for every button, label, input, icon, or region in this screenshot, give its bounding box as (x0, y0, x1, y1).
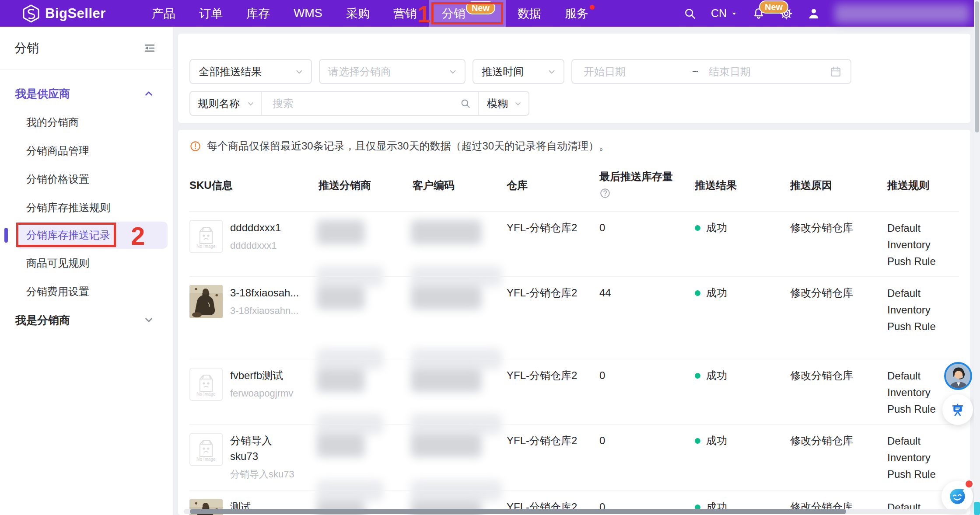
sku-title: fvberfb测试 (230, 368, 303, 383)
bigseller-logo-icon (23, 4, 39, 23)
search-icon[interactable] (460, 98, 471, 109)
filter-panel: 全部推送结果 请选择分销商 推送时间 ~ (178, 34, 970, 123)
new-badge: New (466, 1, 495, 14)
product-photo-thumb (189, 285, 223, 318)
nav-item-orders[interactable]: 订单 (187, 0, 234, 27)
warehouse-cell: YFL-分销仓库2 (507, 285, 599, 301)
rule-cell: Default Inventory Push Rule (887, 220, 959, 270)
sidebar-item-inventory-push-records[interactable]: 分销库存推送记录 2 (16, 222, 168, 249)
scrollbar-bottom-accent (974, 502, 980, 515)
bell-new-badge: New (759, 0, 788, 14)
brand-name: BigSeller (45, 6, 106, 21)
sidebar-item-product-management[interactable]: 分销商品管理 (0, 136, 173, 165)
reason-cell: 修改分销仓库 (790, 433, 887, 449)
last-qty-cell: 0 (599, 433, 695, 449)
user-account-icon[interactable] (807, 7, 820, 20)
col-header-push-rule: 推送规则 (887, 178, 959, 192)
nav-item-data[interactable]: 数据 (506, 0, 553, 27)
sidebar-item-product-visibility-rules[interactable]: 商品可见规则 (0, 249, 173, 277)
collapse-sidebar-icon[interactable] (143, 42, 156, 55)
distributor-redacted (318, 433, 413, 491)
match-mode-select[interactable]: 模糊 (478, 92, 528, 115)
sidebar: 分销 我是供应商 我的分销商 分销商品管理 分销价格设置 分销库存推送规则 分销… (0, 27, 173, 515)
customer-code-redacted (413, 285, 507, 359)
success-dot (695, 373, 700, 379)
date-range-picker[interactable]: ~ (571, 59, 851, 84)
table-row: No Image dddddxxx1 dddddxxx1 YFL-分销仓库2 0… (189, 211, 959, 276)
customer-code-redacted (413, 368, 507, 424)
chevron-down-icon (143, 314, 154, 326)
sidebar-header: 分销 (0, 27, 173, 70)
distributor-redacted (318, 368, 413, 424)
start-date-input[interactable] (583, 65, 692, 78)
sidebar-item-fee-settings[interactable]: 分销费用设置 (0, 277, 173, 306)
vertical-scrollbar-thumb[interactable] (975, 1, 979, 132)
nav-item-purchase[interactable]: 采购 (334, 0, 382, 27)
announcement-board-button[interactable] (942, 394, 973, 425)
sku-title: 分销导入 sku73 (230, 433, 303, 464)
notifications-bell[interactable]: New (752, 7, 765, 20)
reason-cell: 修改分销仓库 (790, 220, 887, 236)
sku-cell: 3-18fxiaosah... 3-18fxiaosahn... (189, 285, 318, 318)
push-time-select[interactable]: 推送时间 (472, 59, 564, 84)
chevron-down-icon (514, 99, 522, 108)
distributor-select[interactable]: 请选择分销商 (319, 59, 466, 84)
svg-text:No Image: No Image (196, 244, 216, 249)
search-input[interactable] (272, 97, 460, 110)
sku-code: 3-18fxiaosahn... (230, 303, 303, 318)
help-question-icon[interactable] (599, 188, 611, 199)
svg-text:No Image: No Image (196, 392, 216, 397)
sidebar-menu: 我是供应商 我的分销商 分销商品管理 分销价格设置 分销库存推送规则 分销库存推… (0, 70, 173, 334)
success-dot (695, 225, 700, 231)
brand-logo[interactable]: BigSeller (23, 4, 106, 23)
search-field-select[interactable]: 规则名称 (190, 92, 262, 115)
search-icon[interactable] (683, 7, 696, 20)
product-no-image-thumb: No Image (189, 368, 223, 401)
nav-item-inventory[interactable]: 库存 (234, 0, 282, 27)
sidebar-item-my-distributors[interactable]: 我的分销商 (0, 108, 173, 136)
end-date-input[interactable] (708, 65, 817, 78)
nav-item-services[interactable]: 服务 (553, 0, 600, 27)
sku-code: 分销导入sku73 (230, 467, 303, 482)
sidebar-item-inventory-push-rules[interactable]: 分销库存推送规则 (0, 193, 173, 222)
date-separator: ~ (692, 66, 698, 78)
sku-cell: No Image dddddxxx1 dddddxxx1 (189, 220, 318, 253)
chevron-down-icon (448, 67, 458, 77)
col-header-push-result: 推送结果 (695, 178, 790, 192)
chevron-up-icon (143, 88, 154, 99)
table-row: 3-18fxiaosah... 3-18fxiaosahn... YFL-分销仓… (189, 276, 959, 359)
rule-cell: Default Inventory Push Rule (887, 285, 959, 335)
filter-row-1: 全部推送结果 请选择分销商 推送时间 ~ (189, 59, 959, 84)
retention-notice: 每个商品仅保留最近30条记录，且仅显示30天的数据（超过30天的记录将自动清理）… (189, 130, 959, 160)
rule-cell: Default Inventory Push Rule (887, 433, 959, 483)
product-no-image-thumb: No Image (189, 220, 223, 253)
distributor-redacted (318, 285, 413, 359)
sidebar-item-price-settings[interactable]: 分销价格设置 (0, 165, 173, 193)
horizontal-scrollbar-thumb[interactable] (190, 509, 846, 514)
filter-row-2: 规则名称 模糊 (189, 91, 959, 116)
top-nav: BigSeller 产品 订单 库存 WMS 采购 营销 分销 New 1 数据… (0, 0, 980, 27)
sku-cell: No Image fvberfb测试 ferwoapogjrmv (189, 368, 318, 401)
annotation-number-1: 1 (417, 0, 430, 28)
last-qty-cell: 44 (599, 285, 695, 301)
col-header-warehouse: 仓库 (507, 178, 599, 192)
nav-right: CN New (683, 4, 970, 23)
support-agent-avatar[interactable] (944, 362, 972, 390)
sku-cell: No Image 分销导入 sku73 分销导入sku73 (189, 433, 318, 482)
nav-item-distribution[interactable]: 分销 New 1 (429, 0, 506, 27)
success-dot (695, 438, 700, 444)
nav-item-products[interactable]: 产品 (140, 0, 187, 27)
warehouse-cell: YFL-分销仓库2 (507, 220, 599, 236)
sku-text: 3-18fxiaosah... 3-18fxiaosahn... (230, 285, 303, 318)
last-qty-cell: 0 (599, 368, 695, 383)
username-redacted[interactable] (835, 4, 970, 23)
vertical-scrollbar[interactable] (974, 0, 980, 515)
language-selector[interactable]: CN (711, 7, 738, 20)
chat-mascot-button[interactable] (942, 481, 973, 512)
nav-item-wms[interactable]: WMS (282, 0, 334, 27)
sidebar-section-distributor[interactable]: 我是分销商 (0, 306, 173, 334)
push-result-select[interactable]: 全部推送结果 (189, 59, 312, 84)
sidebar-section-supplier[interactable]: 我是供应商 (0, 79, 173, 108)
horizontal-scrollbar[interactable] (184, 509, 967, 514)
result-cell: 成功 (695, 433, 790, 449)
